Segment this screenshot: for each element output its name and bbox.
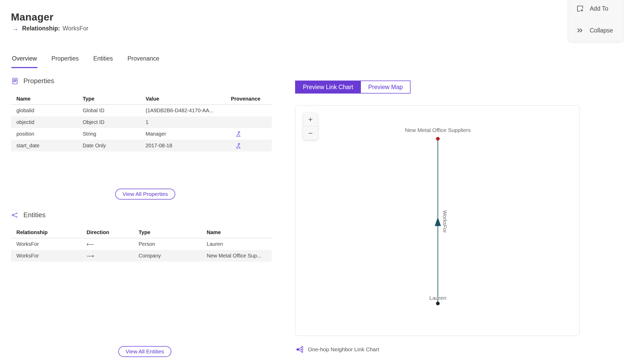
actions-panel: Add To Collapse	[568, 0, 623, 42]
column-header-type: Type	[133, 227, 201, 238]
entities-icon	[11, 211, 19, 219]
property-type: String	[77, 128, 140, 140]
table-row: position String Manager	[11, 128, 272, 140]
property-value: {1A9DB2B6-D482-4170-AA...	[140, 105, 225, 117]
view-all-properties-button[interactable]: View All Properties	[115, 189, 175, 200]
link-chart[interactable]: New Metal Office Suppliers WorksFor Laur…	[295, 105, 579, 336]
entities-table: Relationship Direction Type Name WorksFo…	[11, 227, 272, 262]
relationship-arrow-icon: →	[11, 25, 18, 32]
properties-icon	[11, 77, 19, 85]
relationship-label: Relationship:	[22, 25, 60, 32]
zoom-out-button[interactable]: −	[303, 126, 318, 140]
property-type: Date Only	[77, 140, 140, 151]
add-to-label: Add To	[590, 5, 608, 12]
entity-direction-arrow: ⟶	[81, 250, 133, 262]
column-header-name: Name	[201, 227, 272, 238]
entity-name-link[interactable]: New Metal Office Sup...	[201, 250, 272, 262]
node-bottom[interactable]	[436, 302, 440, 305]
node-label-bottom: Lauren	[429, 295, 446, 301]
preview-map-button[interactable]: Preview Map	[361, 81, 411, 94]
entity-relationship: WorksFor	[11, 238, 81, 250]
entity-type: Company	[133, 250, 201, 262]
column-header-name: Name	[11, 93, 77, 105]
tab-overview[interactable]: Overview	[11, 55, 37, 68]
double-chevron-right-icon	[576, 27, 584, 34]
table-row: WorksFor ⟵ Person Lauren	[11, 238, 272, 250]
table-row: globalid Global ID {1A9DB2B6-D482-4170-A…	[11, 105, 272, 117]
property-value: 2017-08-18	[140, 140, 225, 151]
column-header-type: Type	[77, 93, 140, 105]
page-title: Manager	[11, 11, 54, 23]
column-header-provenance: Provenance	[225, 93, 272, 105]
tab-entities[interactable]: Entities	[93, 55, 113, 68]
properties-table: Name Type Value Provenance globalid Glob…	[11, 93, 272, 151]
relationship-value: WorksFor	[63, 25, 88, 32]
zoom-control: + −	[303, 113, 318, 140]
entities-section-header: Entities	[11, 211, 46, 219]
column-header-direction: Direction	[81, 227, 133, 238]
property-name: start_date	[11, 140, 77, 151]
property-provenance	[225, 140, 272, 151]
entities-table-body: WorksFor ⟵ Person Lauren WorksFor ⟶ Comp…	[11, 238, 272, 262]
entity-name-link[interactable]: Lauren	[201, 238, 272, 250]
property-provenance	[225, 105, 272, 117]
tab-bar: Overview Properties Entities Provenance	[11, 55, 160, 68]
properties-table-header-row: Name Type Value Provenance	[11, 93, 272, 105]
provenance-flag-icon[interactable]	[235, 131, 242, 137]
add-to-button[interactable]: Add To	[576, 5, 608, 12]
table-row: objectid Object ID 1	[11, 116, 272, 128]
collapse-label: Collapse	[590, 27, 613, 34]
preview-link-chart-button[interactable]: Preview Link Chart	[295, 81, 361, 94]
table-row: start_date Date Only 2017-08-18	[11, 140, 272, 151]
zoom-in-button[interactable]: +	[303, 113, 318, 126]
add-to-icon	[576, 5, 584, 12]
properties-section-title: Properties	[23, 77, 54, 85]
property-value: Manager	[140, 128, 225, 140]
link-chart-panel[interactable]: New Metal Office Suppliers WorksFor Laur…	[295, 105, 580, 336]
tab-provenance[interactable]: Provenance	[127, 55, 160, 68]
property-name: objectid	[11, 116, 77, 128]
edge-arrowhead-icon	[435, 217, 441, 226]
tab-properties[interactable]: Properties	[51, 55, 79, 68]
chart-caption-label: One-hop Neighbor Link Chart	[308, 346, 379, 353]
entity-type: Person	[133, 238, 201, 250]
property-type: Global ID	[77, 105, 140, 117]
view-all-entities-button[interactable]: View All Entities	[118, 346, 171, 357]
property-value: 1	[140, 116, 225, 128]
entities-table-header-row: Relationship Direction Type Name	[11, 227, 272, 238]
property-name: globalid	[11, 105, 77, 117]
property-provenance	[225, 116, 272, 128]
one-hop-link-chart-icon	[296, 346, 304, 353]
collapse-button[interactable]: Collapse	[576, 27, 613, 34]
column-header-value: Value	[140, 93, 225, 105]
provenance-flag-icon[interactable]	[235, 142, 242, 149]
property-type: Object ID	[77, 116, 140, 128]
properties-table-body: globalid Global ID {1A9DB2B6-D482-4170-A…	[11, 105, 272, 152]
entity-direction-arrow: ⟵	[81, 238, 133, 250]
column-header-relationship: Relationship	[11, 227, 81, 238]
property-provenance	[225, 128, 272, 140]
entities-section-title: Entities	[23, 211, 46, 219]
properties-section-header: Properties	[11, 77, 54, 85]
property-name: position	[11, 128, 77, 140]
node-label-top: New Metal Office Suppliers	[405, 127, 471, 133]
edge-label: WorksFor	[442, 210, 448, 233]
table-row: WorksFor ⟶ Company New Metal Office Sup.…	[11, 250, 272, 262]
node-top[interactable]	[436, 137, 440, 141]
entity-relationship: WorksFor	[11, 250, 81, 262]
chart-caption: One-hop Neighbor Link Chart	[296, 346, 379, 353]
relationship-subtitle: → Relationship: WorksFor	[11, 25, 88, 32]
preview-toggle-group: Preview Link Chart Preview Map	[295, 81, 411, 94]
